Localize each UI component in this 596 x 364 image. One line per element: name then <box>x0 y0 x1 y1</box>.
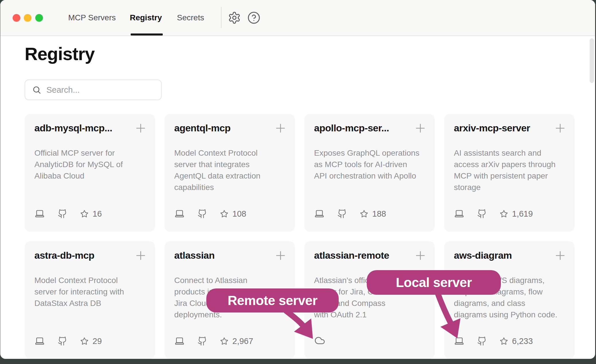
server-name: apollo-mcp-ser... <box>314 122 411 134</box>
github-stars: 2,967 <box>220 337 253 346</box>
add-server-button[interactable] <box>553 121 567 135</box>
search-input[interactable] <box>46 85 158 95</box>
server-meta: 108 <box>174 209 246 219</box>
minimize-window-button[interactable] <box>24 14 32 22</box>
server-card[interactable]: apollo-mcp-ser...Exposes GraphQL operati… <box>304 114 435 232</box>
github-stars: 16 <box>80 209 102 219</box>
server-meta: 29 <box>34 336 102 346</box>
local-server-annotation: Local server <box>367 270 501 295</box>
zoom-window-button[interactable] <box>35 14 43 22</box>
server-card[interactable]: agentql-mcpModel Context Protocol server… <box>164 114 295 232</box>
server-description: Model Context Protocol server that integ… <box>174 147 285 193</box>
github-stars: 29 <box>80 337 102 346</box>
server-description: AI assistants search and access arXiv pa… <box>454 147 565 193</box>
local-laptop-icon <box>314 209 325 219</box>
local-laptop-icon <box>174 209 185 219</box>
server-description: Exposes GraphQL operations as MCP tools … <box>314 147 425 182</box>
star-icon <box>80 337 89 346</box>
star-count: 6,233 <box>512 337 533 346</box>
server-card-grid: adb-mysql-mcp...Official MCP server for … <box>25 114 575 359</box>
star-count: 16 <box>93 209 102 219</box>
star-icon <box>499 337 508 346</box>
local-laptop-icon <box>34 209 45 219</box>
star-count: 1,619 <box>512 209 533 219</box>
plus-icon <box>274 249 287 262</box>
server-name: aws-diagram <box>454 250 551 261</box>
server-meta: 6,233 <box>454 336 533 346</box>
github-icon[interactable] <box>197 209 207 219</box>
github-icon[interactable] <box>58 209 67 219</box>
local-laptop-icon <box>454 336 464 346</box>
local-laptop-icon <box>454 209 464 219</box>
tab-secrets[interactable]: Secrets <box>175 0 206 35</box>
server-meta: 188 <box>314 209 386 219</box>
github-icon[interactable] <box>197 336 207 346</box>
star-count: 108 <box>232 209 246 219</box>
server-name: agentql-mcp <box>174 122 272 134</box>
server-description: Model Context Protocol server for intera… <box>34 275 145 309</box>
star-icon <box>499 209 508 218</box>
tab-mcp-servers[interactable]: MCP Servers <box>67 0 117 35</box>
server-description: Official MCP server for AnalyticDB for M… <box>34 147 145 182</box>
page-title: Registry <box>25 43 95 64</box>
settings-gear-icon[interactable] <box>228 11 241 24</box>
add-server-button[interactable] <box>274 249 287 262</box>
github-stars: 6,233 <box>499 337 533 346</box>
star-count: 188 <box>372 209 386 219</box>
server-name: adb-mysql-mcp... <box>34 122 132 134</box>
star-icon <box>220 209 229 218</box>
server-name: atlassian <box>174 250 272 261</box>
help-icon[interactable] <box>247 11 260 24</box>
github-icon[interactable] <box>337 209 347 219</box>
server-meta: 2,967 <box>174 336 253 346</box>
active-tab-indicator <box>131 33 163 35</box>
github-icon[interactable] <box>58 336 67 346</box>
vertical-scrollbar-thumb[interactable] <box>590 38 594 83</box>
search-box[interactable] <box>25 80 162 100</box>
local-laptop-icon <box>174 336 185 346</box>
star-icon <box>220 337 229 346</box>
plus-icon <box>553 249 567 262</box>
plus-icon <box>134 249 148 262</box>
github-stars: 108 <box>220 209 246 219</box>
server-card[interactable]: arxiv-mcp-serverAI assistants search and… <box>444 114 575 232</box>
plus-icon <box>413 249 427 262</box>
plus-icon <box>553 121 567 135</box>
add-server-button[interactable] <box>413 249 427 262</box>
close-window-button[interactable] <box>13 14 20 22</box>
add-server-button[interactable] <box>134 249 148 262</box>
header-divider <box>221 7 221 28</box>
github-stars: 188 <box>360 209 386 219</box>
server-name: arxiv-mcp-server <box>454 122 551 134</box>
star-count: 29 <box>93 337 102 346</box>
server-meta: 16 <box>34 209 102 219</box>
server-meta <box>314 335 326 346</box>
add-server-button[interactable] <box>413 121 427 135</box>
server-card[interactable]: adb-mysql-mcp...Official MCP server for … <box>25 114 155 232</box>
github-icon[interactable] <box>477 336 487 346</box>
server-card[interactable]: astra-db-mcpModel Context Protocol serve… <box>25 241 155 359</box>
star-count: 2,967 <box>232 337 253 346</box>
plus-icon <box>134 121 148 135</box>
title-bar: MCP Servers Registry Secrets <box>0 0 595 36</box>
github-icon[interactable] <box>477 209 487 219</box>
server-name: astra-db-mcp <box>34 250 132 261</box>
tab-registry[interactable]: Registry <box>129 0 163 35</box>
star-icon <box>360 209 368 218</box>
server-meta: 1,619 <box>454 209 533 219</box>
server-card[interactable]: aws-diagramGenerate AWS diagrams, sequen… <box>444 241 575 359</box>
add-server-button[interactable] <box>553 249 567 262</box>
search-icon <box>32 85 41 94</box>
remote-cloud-icon <box>314 335 326 346</box>
add-server-button[interactable] <box>134 121 148 135</box>
plus-icon <box>413 121 427 135</box>
local-laptop-icon <box>34 336 45 346</box>
add-server-button[interactable] <box>274 121 287 135</box>
plus-icon <box>274 121 287 135</box>
star-icon <box>80 209 89 218</box>
server-name: atlassian-remote <box>314 250 411 261</box>
github-stars: 1,619 <box>499 209 533 219</box>
remote-server-annotation: Remote server <box>206 288 339 312</box>
